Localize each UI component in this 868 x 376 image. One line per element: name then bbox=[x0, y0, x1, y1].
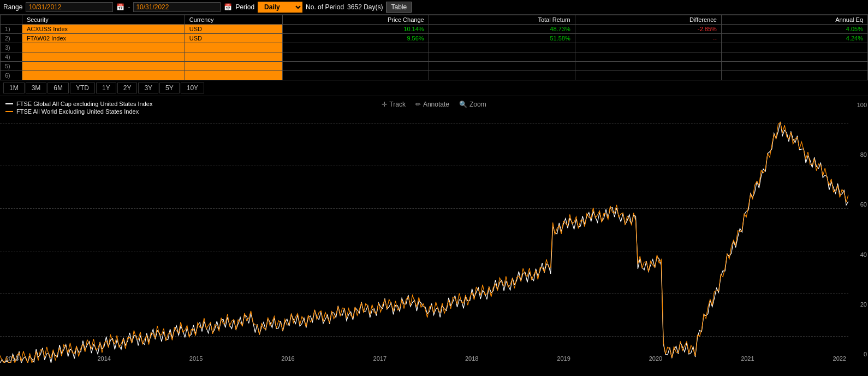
col-annual-eq-header: Annual Eq bbox=[721, 15, 867, 25]
price-change-cell-0: 10.14% bbox=[282, 25, 429, 34]
security-cell-5[interactable] bbox=[22, 71, 185, 80]
x-label-2022: 2022 bbox=[833, 355, 846, 362]
currency-cell-4 bbox=[185, 62, 282, 71]
time-btn-2y[interactable]: 2Y bbox=[117, 83, 138, 93]
x-label-2020: 2020 bbox=[649, 355, 662, 362]
no-of-period-label: No. of Period bbox=[306, 3, 344, 11]
col-total-return-header: Total Return bbox=[429, 15, 575, 25]
table-button[interactable]: Table bbox=[386, 2, 412, 13]
difference-cell-0: -2.85% bbox=[575, 25, 721, 34]
time-btn-6m[interactable]: 6M bbox=[47, 83, 69, 93]
difference-cell-4 bbox=[575, 62, 721, 71]
currency-cell-3 bbox=[185, 52, 282, 62]
time-btn-3m[interactable]: 3M bbox=[26, 83, 47, 93]
col-difference-header: Difference bbox=[575, 15, 721, 25]
col-security-header: Security bbox=[22, 15, 185, 25]
chart-svg bbox=[0, 96, 848, 363]
period-select[interactable]: Daily Weekly Monthly bbox=[258, 2, 302, 13]
col-num-header bbox=[1, 15, 22, 25]
total-return-cell-1: 51.58% bbox=[429, 34, 575, 43]
row-num-2: 3) bbox=[1, 43, 22, 52]
calendar-end-icon[interactable]: 📅 bbox=[224, 3, 232, 11]
x-label-2015: 2015 bbox=[189, 355, 203, 362]
x-label-2021: 2021 bbox=[741, 355, 754, 362]
orange-line bbox=[0, 122, 848, 363]
y-label-40: 40 bbox=[849, 251, 867, 258]
date-start-input[interactable] bbox=[26, 2, 113, 12]
y-label-20: 20 bbox=[849, 301, 867, 308]
difference-cell-1: -- bbox=[575, 34, 721, 43]
y-label-60: 60 bbox=[849, 201, 867, 208]
row-num-4: 5) bbox=[1, 62, 22, 71]
time-btn-1y[interactable]: 1Y bbox=[96, 83, 116, 93]
annual-eq-cell-1: 4.24% bbox=[721, 34, 867, 43]
currency-cell-5 bbox=[185, 71, 282, 80]
annual-eq-cell-2 bbox=[721, 43, 867, 52]
security-cell-2[interactable] bbox=[22, 43, 185, 52]
y-label-80: 80 bbox=[849, 151, 867, 158]
time-btn-10y[interactable]: 10Y bbox=[181, 83, 204, 93]
price-change-cell-4 bbox=[282, 62, 429, 71]
total-return-cell-3 bbox=[429, 52, 575, 62]
price-change-cell-5 bbox=[282, 71, 429, 80]
x-label-2018: 2018 bbox=[465, 355, 478, 362]
security-cell-4[interactable] bbox=[22, 62, 185, 71]
total-return-cell-5 bbox=[429, 71, 575, 80]
total-return-cell-0: 48.73% bbox=[429, 25, 575, 34]
price-change-cell-1: 9.56% bbox=[282, 34, 429, 43]
x-label-2019: 2019 bbox=[557, 355, 570, 362]
col-currency-header: Currency bbox=[185, 15, 282, 25]
time-btn-1m[interactable]: 1M bbox=[3, 83, 25, 93]
currency-cell-0: USD bbox=[185, 25, 282, 34]
time-btn-5y[interactable]: 5Y bbox=[159, 83, 180, 93]
y-axis: 100 80 60 40 20 0 bbox=[848, 96, 868, 363]
price-change-cell-2 bbox=[282, 43, 429, 52]
annual-eq-cell-3 bbox=[721, 52, 867, 62]
total-return-cell-2 bbox=[429, 43, 575, 52]
x-label-2017: 2017 bbox=[373, 355, 387, 362]
row-num-3: 4) bbox=[1, 52, 22, 62]
date-end-input[interactable] bbox=[133, 2, 221, 12]
chart-container: FTSE Global All Cap excluding United Sta… bbox=[0, 96, 868, 363]
total-return-cell-4 bbox=[429, 62, 575, 71]
row-num-1: 2) bbox=[1, 34, 22, 43]
y-label-100: 100 bbox=[849, 102, 867, 108]
x-label-2013: 2013 bbox=[5, 355, 19, 362]
time-btn-3y[interactable]: 3Y bbox=[138, 83, 158, 93]
annual-eq-cell-0: 4.05% bbox=[721, 25, 867, 34]
range-label: Range bbox=[3, 3, 22, 11]
price-change-cell-3 bbox=[282, 52, 429, 62]
x-label-2016: 2016 bbox=[281, 355, 294, 362]
top-bar: Range 📅 - 📅 Period Daily Weekly Monthly … bbox=[0, 0, 868, 15]
currency-cell-1: USD bbox=[185, 34, 282, 43]
security-cell-3[interactable] bbox=[22, 52, 185, 62]
period-label: Period bbox=[235, 3, 254, 11]
security-cell-0[interactable]: ACXUSS Index bbox=[22, 25, 185, 34]
currency-cell-2 bbox=[185, 43, 282, 52]
row-num-5: 6) bbox=[1, 71, 22, 80]
white-line bbox=[0, 122, 848, 363]
annual-eq-cell-5 bbox=[721, 71, 867, 80]
time-btn-ytd[interactable]: YTD bbox=[70, 83, 95, 93]
difference-cell-2 bbox=[575, 43, 721, 52]
difference-cell-3 bbox=[575, 52, 721, 62]
days-value: 3652 Day(s) bbox=[347, 3, 383, 11]
y-label-0: 0 bbox=[849, 351, 867, 357]
x-axis: 2013201420152016201720182019202020212022 bbox=[5, 355, 846, 362]
difference-cell-5 bbox=[575, 71, 721, 80]
col-price-change-header: Price Change bbox=[282, 15, 429, 25]
time-range-bar: 1M3M6MYTD1Y2Y3Y5Y10Y bbox=[0, 80, 868, 96]
data-table: Security Currency Price Change Total Ret… bbox=[0, 15, 868, 80]
x-label-2014: 2014 bbox=[97, 355, 110, 362]
security-cell-1[interactable]: FTAW02 Index bbox=[22, 34, 185, 43]
annual-eq-cell-4 bbox=[721, 62, 867, 71]
calendar-start-icon[interactable]: 📅 bbox=[116, 3, 124, 11]
row-num-0: 1) bbox=[1, 25, 22, 34]
